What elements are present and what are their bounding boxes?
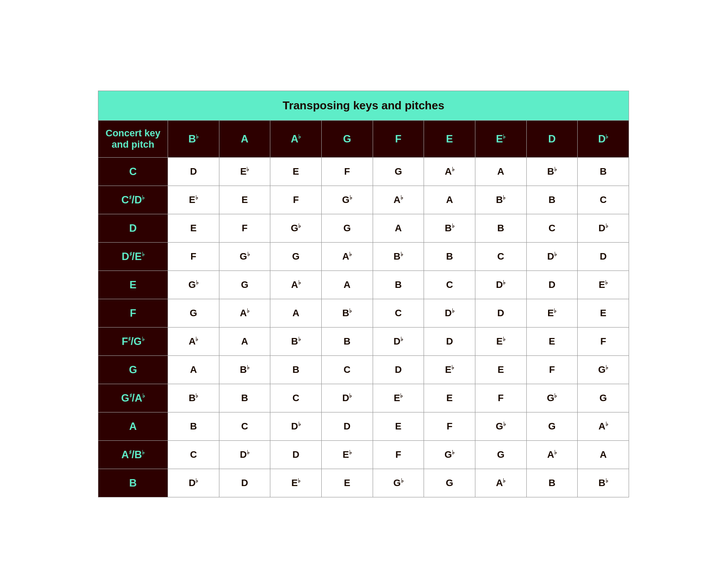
data-cell-8-4: E♭	[373, 384, 424, 412]
data-cell-1-5: A	[424, 186, 475, 214]
data-cell-10-3: E♭	[321, 441, 373, 469]
row-key-5: F	[98, 299, 168, 328]
data-cell-7-8: G♭	[578, 356, 629, 384]
data-cell-8-0: B♭	[168, 384, 219, 412]
data-cell-3-4: B♭	[373, 243, 424, 271]
data-cell-0-6: A	[475, 158, 526, 186]
table-row: C♯/D♭E♭EFG♭A♭AB♭BC	[98, 186, 629, 214]
data-cell-10-1: D♭	[219, 441, 270, 469]
data-cell-0-1: E♭	[219, 158, 270, 186]
row-key-0: C	[98, 158, 168, 186]
data-cell-1-1: E	[219, 186, 270, 214]
data-cell-9-1: C	[219, 412, 270, 441]
data-cell-6-7: E	[526, 328, 578, 356]
data-cell-1-0: E♭	[168, 186, 219, 214]
data-cell-5-8: E	[578, 299, 629, 328]
data-cell-6-2: B♭	[270, 328, 322, 356]
data-cell-0-8: B	[578, 158, 629, 186]
data-cell-9-3: D	[321, 412, 373, 441]
data-cell-11-3: E	[321, 469, 373, 497]
data-cell-8-8: G	[578, 384, 629, 412]
data-cell-5-1: A♭	[219, 299, 270, 328]
data-cell-6-4: D♭	[373, 328, 424, 356]
data-cell-8-3: D♭	[321, 384, 373, 412]
row-key-7: G	[98, 356, 168, 384]
data-cell-6-0: A♭	[168, 328, 219, 356]
row-key-2: D	[98, 214, 168, 243]
data-cell-4-1: G	[219, 271, 270, 299]
data-cell-0-3: F	[321, 158, 373, 186]
data-cell-7-5: E♭	[424, 356, 475, 384]
data-cell-10-6: G	[475, 441, 526, 469]
data-cell-4-5: C	[424, 271, 475, 299]
data-cell-6-5: D	[424, 328, 475, 356]
transposing-key-header-8: D♭	[578, 121, 629, 158]
data-cell-5-7: E♭	[526, 299, 578, 328]
data-cell-11-8: B♭	[578, 469, 629, 497]
data-cell-11-0: D♭	[168, 469, 219, 497]
row-key-4: E	[98, 271, 168, 299]
data-cell-3-2: G	[270, 243, 322, 271]
data-cell-7-0: A	[168, 356, 219, 384]
table-row: EG♭GA♭ABCD♭DE♭	[98, 271, 629, 299]
transposing-key-header-3: G	[321, 121, 373, 158]
data-cell-10-4: F	[373, 441, 424, 469]
data-cell-11-4: G♭	[373, 469, 424, 497]
row-key-6: F♯/G♭	[98, 328, 168, 356]
data-cell-7-6: E	[475, 356, 526, 384]
data-cell-0-4: G	[373, 158, 424, 186]
data-cell-3-5: B	[424, 243, 475, 271]
data-cell-2-6: B	[475, 214, 526, 243]
data-cell-10-8: A	[578, 441, 629, 469]
data-cell-11-6: A♭	[475, 469, 526, 497]
data-cell-8-6: F	[475, 384, 526, 412]
row-key-3: D♯/E♭	[98, 243, 168, 271]
data-cell-0-5: A♭	[424, 158, 475, 186]
data-cell-2-1: F	[219, 214, 270, 243]
data-cell-6-3: B	[321, 328, 373, 356]
data-cell-8-5: E	[424, 384, 475, 412]
data-cell-11-7: B	[526, 469, 578, 497]
row-key-11: B	[98, 469, 168, 497]
row-key-8: G♯/A♭	[98, 384, 168, 412]
data-cell-3-3: A♭	[321, 243, 373, 271]
data-cell-3-7: D♭	[526, 243, 578, 271]
data-cell-8-7: G♭	[526, 384, 578, 412]
transposing-key-header-7: D	[526, 121, 578, 158]
data-cell-7-1: B♭	[219, 356, 270, 384]
concert-key-header: Concert keyand pitch	[98, 121, 168, 158]
data-cell-0-2: E	[270, 158, 322, 186]
data-cell-1-2: F	[270, 186, 322, 214]
data-cell-2-2: G♭	[270, 214, 322, 243]
data-cell-11-5: G	[424, 469, 475, 497]
data-cell-11-2: E♭	[270, 469, 322, 497]
table-row: ABCD♭DEFG♭GA♭	[98, 412, 629, 441]
data-cell-4-3: A	[321, 271, 373, 299]
table-row: F♯/G♭A♭AB♭BD♭DE♭EF	[98, 328, 629, 356]
table-title: Transposing keys and pitches	[98, 91, 629, 121]
table-row: GAB♭BCDE♭EFG♭	[98, 356, 629, 384]
transposing-key-header-4: F	[373, 121, 424, 158]
table-row: CDE♭EFGA♭AB♭B	[98, 158, 629, 186]
data-cell-5-6: D	[475, 299, 526, 328]
data-cell-3-8: D	[578, 243, 629, 271]
data-cell-1-7: B	[526, 186, 578, 214]
data-cell-9-2: D♭	[270, 412, 322, 441]
data-cell-1-4: A♭	[373, 186, 424, 214]
table-row: BD♭DE♭EG♭GA♭BB♭	[98, 469, 629, 497]
data-cell-2-8: D♭	[578, 214, 629, 243]
table-row: A♯/B♭CD♭DE♭FG♭GA♭A	[98, 441, 629, 469]
data-cell-6-1: A	[219, 328, 270, 356]
data-cell-7-7: F	[526, 356, 578, 384]
data-cell-2-5: B♭	[424, 214, 475, 243]
table-row: G♯/A♭B♭BCD♭E♭EFG♭G	[98, 384, 629, 412]
row-key-1: C♯/D♭	[98, 186, 168, 214]
data-cell-0-0: D	[168, 158, 219, 186]
data-cell-6-8: F	[578, 328, 629, 356]
data-cell-9-8: A♭	[578, 412, 629, 441]
data-cell-9-0: B	[168, 412, 219, 441]
transposing-key-header-5: E	[424, 121, 475, 158]
data-cell-9-4: E	[373, 412, 424, 441]
row-key-9: A	[98, 412, 168, 441]
transposing-table-wrapper: Transposing keys and pitches Concert key…	[98, 91, 629, 497]
